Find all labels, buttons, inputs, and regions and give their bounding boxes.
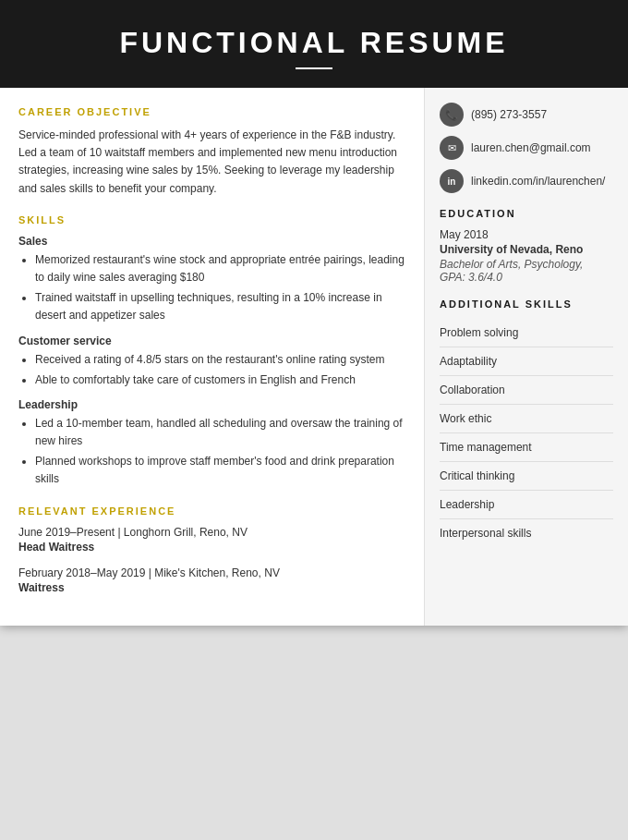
- experience-entry-2: February 2018–May 2019 | Mike's Kitchen,…: [18, 566, 405, 594]
- skill-list-leadership: Led a 10-member team, handled all schedu…: [18, 415, 405, 489]
- list-item: Led a 10-member team, handled all schedu…: [35, 415, 405, 450]
- relevant-experience-section: RELEVANT EXPERIENCE June 2019–Present | …: [18, 505, 405, 594]
- education-section-title: EDUCATION: [440, 208, 613, 219]
- skill-category-leadership-title: Leadership: [18, 398, 405, 411]
- career-objective-section: CAREER OBJECTIVE Service-minded professi…: [18, 106, 405, 198]
- contact-section: 📞 (895) 273-3557 ✉ lauren.chen@gmail.com…: [440, 103, 613, 193]
- additional-skill-item: Adaptability: [440, 347, 613, 376]
- phone-icon: 📞: [440, 103, 464, 127]
- skills-title: SKILLS: [18, 214, 405, 225]
- resume-header: FUNCTIONAL RESUME: [0, 0, 628, 88]
- contact-linkedin: in linkedin.com/in/laurenchen/: [440, 169, 613, 193]
- header-underline: [296, 67, 332, 69]
- list-item: Planned workshops to improve staff membe…: [35, 453, 405, 488]
- skill-list-customer: Received a rating of 4.8/5 stars on the …: [18, 351, 405, 389]
- list-item: Memorized restaurant's wine stock and ap…: [35, 251, 405, 286]
- skills-section: SKILLS Sales Memorized restaurant's wine…: [18, 214, 405, 489]
- email-text: lauren.chen@gmail.com: [471, 141, 591, 154]
- career-objective-text: Service-minded professional with 4+ year…: [18, 127, 405, 198]
- additional-skill-item: Critical thinking: [440, 462, 613, 491]
- experience-meta-2: February 2018–May 2019 | Mike's Kitchen,…: [18, 566, 405, 579]
- additional-skill-item: Problem solving: [440, 319, 613, 347]
- skill-category-leadership: Leadership Led a 10-member team, handled…: [18, 398, 405, 489]
- right-column: 📞 (895) 273-3557 ✉ lauren.chen@gmail.com…: [425, 88, 628, 626]
- linkedin-icon: in: [440, 169, 464, 193]
- career-objective-title: CAREER OBJECTIVE: [18, 106, 405, 117]
- list-item: Received a rating of 4.8/5 stars on the …: [35, 351, 405, 369]
- education-section: EDUCATION May 2018 University of Nevada,…: [440, 208, 613, 284]
- experience-entry-1: June 2019–Present | Longhorn Grill, Reno…: [18, 526, 405, 554]
- contact-email: ✉ lauren.chen@gmail.com: [440, 136, 613, 160]
- education-date: May 2018: [440, 228, 613, 241]
- education-degree: Bachelor of Arts, Psychology, GPA: 3.6/4…: [440, 258, 613, 284]
- email-icon: ✉: [440, 136, 464, 160]
- resume-container: FUNCTIONAL RESUME CAREER OBJECTIVE Servi…: [0, 0, 628, 626]
- experience-job-title-1: Head Waitress: [18, 541, 405, 554]
- skill-category-customer-title: Customer service: [18, 335, 405, 347]
- phone-text: (895) 273-3557: [471, 108, 547, 121]
- linkedin-text: linkedin.com/in/laurenchen/: [471, 175, 605, 188]
- additional-skill-item: Leadership: [440, 491, 613, 519]
- additional-skills-section: ADDITIONAL SKILLS Problem solving Adapta…: [440, 298, 613, 547]
- list-item: Trained waitstaff in upselling technique…: [35, 289, 405, 324]
- additional-skill-item: Time management: [440, 433, 613, 462]
- experience-job-title-2: Waitress: [18, 581, 405, 594]
- experience-meta-1: June 2019–Present | Longhorn Grill, Reno…: [18, 526, 405, 539]
- skill-category-sales: Sales Memorized restaurant's wine stock …: [18, 235, 405, 325]
- additional-skill-item: Work ethic: [440, 405, 613, 433]
- left-column: CAREER OBJECTIVE Service-minded professi…: [0, 88, 425, 626]
- resume-title: FUNCTIONAL RESUME: [18, 26, 610, 60]
- contact-phone: 📞 (895) 273-3557: [440, 103, 613, 127]
- skill-category-customer: Customer service Received a rating of 4.…: [18, 335, 405, 389]
- additional-skill-item: Interpersonal skills: [440, 519, 613, 547]
- additional-skills-title: ADDITIONAL SKILLS: [440, 298, 613, 310]
- additional-skill-item: Collaboration: [440, 376, 613, 405]
- resume-body: CAREER OBJECTIVE Service-minded professi…: [0, 88, 628, 626]
- skill-list-sales: Memorized restaurant's wine stock and ap…: [18, 251, 405, 325]
- education-school: University of Nevada, Reno: [440, 243, 613, 256]
- list-item: Able to comfortably take care of custome…: [35, 371, 405, 389]
- experience-title-label: RELEVANT EXPERIENCE: [18, 505, 405, 517]
- skill-category-sales-title: Sales: [18, 235, 405, 248]
